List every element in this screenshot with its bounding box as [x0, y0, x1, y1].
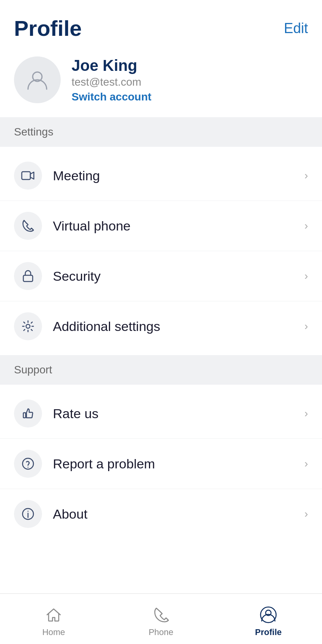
support-section-header: Support [0, 355, 322, 385]
menu-label-about: About [53, 507, 304, 522]
settings-section-header: Settings [0, 117, 322, 147]
menu-label-meeting: Meeting [53, 168, 304, 183]
svg-point-3 [26, 324, 30, 328]
avatar [14, 56, 61, 103]
menu-item-about[interactable]: About › [0, 489, 322, 539]
chevron-right-icon: › [304, 169, 308, 182]
info-icon [14, 500, 42, 528]
menu-item-additional-settings[interactable]: Additional settings › [0, 301, 322, 351]
support-menu-list: Rate us › Report a problem › About › [0, 385, 322, 543]
menu-item-report-problem[interactable]: Report a problem › [0, 439, 322, 489]
svg-point-6 [28, 467, 28, 468]
nav-item-home[interactable]: Home [0, 601, 107, 637]
lock-icon [14, 262, 42, 290]
chevron-right-icon: › [304, 220, 308, 232]
profile-section: Joe King test@test.com Switch account [0, 49, 322, 117]
bottom-nav: Home Phone Profile [0, 593, 322, 644]
svg-rect-4 [23, 413, 26, 418]
home-icon [44, 605, 64, 625]
nav-label-home: Home [42, 627, 65, 637]
menu-label-additional-settings: Additional settings [53, 319, 304, 334]
phone-nav-icon [151, 605, 171, 625]
chevron-right-icon: › [304, 270, 308, 282]
svg-rect-2 [23, 275, 33, 282]
chevron-right-icon: › [304, 407, 308, 420]
nav-label-profile: Profile [255, 627, 282, 637]
video-icon [14, 162, 42, 190]
svg-point-8 [28, 511, 29, 512]
profile-email: test@test.com [72, 76, 151, 88]
menu-label-security: Security [53, 269, 304, 284]
menu-label-virtual-phone: Virtual phone [53, 218, 304, 234]
profile-nav-icon [258, 605, 278, 625]
menu-item-rate-us[interactable]: Rate us › [0, 389, 322, 439]
svg-rect-1 [22, 172, 30, 179]
header: Profile Edit [0, 0, 322, 49]
gear-icon [14, 312, 42, 340]
settings-menu-list: Meeting › Virtual phone › Security › A [0, 147, 322, 355]
chevron-right-icon: › [304, 320, 308, 333]
menu-label-rate-us: Rate us [53, 406, 304, 421]
nav-item-profile[interactable]: Profile [215, 601, 322, 637]
edit-button[interactable]: Edit [284, 16, 308, 37]
menu-label-report-problem: Report a problem [53, 456, 304, 472]
profile-info: Joe King test@test.com Switch account [72, 57, 151, 103]
page-title: Profile [14, 16, 82, 41]
chevron-right-icon: › [304, 457, 308, 470]
question-icon [14, 450, 42, 478]
thumbsup-icon [14, 399, 42, 428]
switch-account-button[interactable]: Switch account [72, 91, 151, 103]
profile-name: Joe King [72, 57, 151, 74]
nav-item-phone[interactable]: Phone [107, 601, 215, 637]
nav-label-phone: Phone [149, 627, 173, 637]
menu-item-meeting[interactable]: Meeting › [0, 151, 322, 201]
chevron-right-icon: › [304, 508, 308, 520]
phone-icon [14, 212, 42, 240]
menu-item-virtual-phone[interactable]: Virtual phone › [0, 201, 322, 251]
menu-item-security[interactable]: Security › [0, 251, 322, 301]
